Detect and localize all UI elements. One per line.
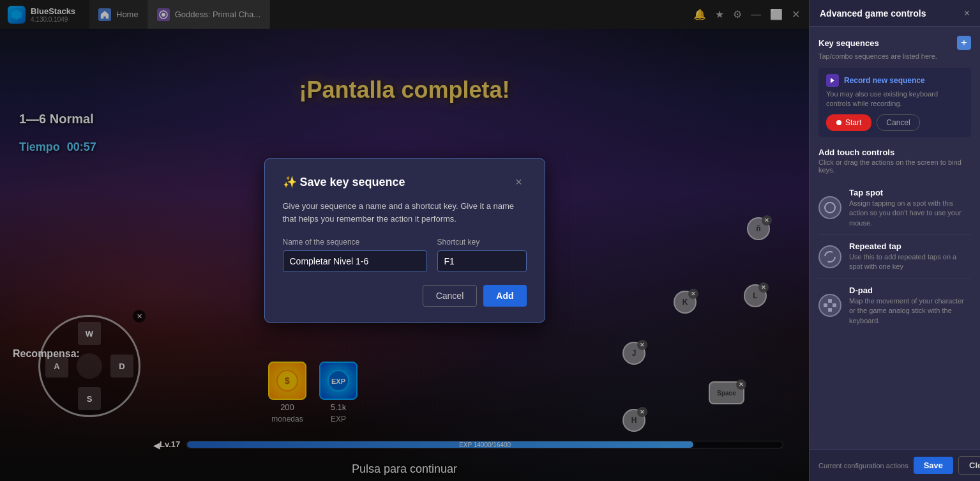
tap-spot-icon: [818, 196, 841, 219]
game-area: BlueStacks 4.130.0.1049 Home Goddess: Pr…: [0, 0, 809, 481]
tap-spot-info: Tap spot Assign tapping on a spot with t…: [849, 188, 971, 228]
dialog-actions: Cancel Add: [283, 285, 527, 307]
dialog-title: ✨ Save key sequence: [283, 175, 405, 189]
record-actions: Start Cancel: [826, 114, 963, 131]
dialog-header: ✨ Save key sequence ×: [283, 174, 527, 190]
add-touch-desc: Click or drag the actions on the screen …: [818, 158, 971, 174]
svg-rect-9: [828, 299, 832, 303]
repeated-tap-icon: [818, 245, 841, 268]
tap-spot-name: Tap spot: [849, 188, 971, 197]
record-desc: You may also use existing keyboard contr…: [826, 89, 963, 109]
name-field-label: Name of the sequence: [283, 238, 427, 247]
save-button[interactable]: Save: [914, 457, 953, 474]
repeated-tap-name: Repeated tap: [849, 241, 971, 251]
svg-rect-11: [824, 303, 827, 307]
panel-body: Key sequences + Tap/combo sequences are …: [810, 27, 980, 449]
record-icon: [826, 74, 839, 87]
touch-item-dpad[interactable]: D-pad Map the movement of your character…: [818, 279, 971, 332]
key-sequences-desc: Tap/combo sequences are listed here.: [818, 52, 971, 60]
repeated-tap-info: Repeated tap Use this to add repeated ta…: [849, 241, 971, 272]
shortcut-field-label: Shortcut key: [437, 238, 527, 247]
dpad-touch-desc: Map the movement of your character or th…: [849, 296, 971, 326]
save-sequence-dialog: ✨ Save key sequence × Give your sequence…: [264, 158, 545, 323]
dialog-fields: Name of the sequence Shortcut key: [283, 238, 527, 272]
right-panel: Advanced game controls × Key sequences +…: [809, 0, 980, 481]
record-title[interactable]: Record new sequence: [844, 76, 925, 85]
repeated-tap-desc: Use this to add repeated taps on a spot …: [849, 252, 971, 272]
svg-rect-12: [833, 303, 836, 307]
dpad-touch-info: D-pad Map the movement of your character…: [849, 286, 971, 326]
dialog-close-button[interactable]: ×: [511, 174, 527, 190]
name-input[interactable]: [283, 250, 427, 272]
svg-rect-10: [828, 308, 832, 312]
add-sequence-button[interactable]: +: [957, 36, 971, 50]
key-sequences-header: Key sequences +: [818, 36, 971, 50]
record-cancel-button[interactable]: Cancel: [877, 114, 919, 131]
touch-item-tap-spot[interactable]: Tap spot Assign tapping on a spot with t…: [818, 181, 971, 235]
record-sequence-box: Record new sequence You may also use exi…: [818, 68, 971, 137]
tap-spot-desc: Assign tapping on a spot with this actio…: [849, 199, 971, 228]
panel-header: Advanced game controls ×: [810, 0, 980, 27]
dialog-add-button[interactable]: Add: [483, 285, 526, 307]
panel-close-button[interactable]: ×: [964, 8, 970, 19]
add-touch-section: Add touch controls Click or drag the act…: [818, 148, 971, 332]
dpad-touch-name: D-pad: [849, 286, 971, 295]
record-header: Record new sequence: [826, 74, 963, 87]
dpad-touch-icon: [818, 294, 841, 317]
name-field-container: Name of the sequence: [283, 238, 427, 272]
dialog-overlay: ✨ Save key sequence × Give your sequence…: [0, 0, 809, 481]
dialog-cancel-button[interactable]: Cancel: [423, 285, 478, 307]
shortcut-input[interactable]: [437, 250, 527, 272]
panel-title: Advanced game controls: [820, 8, 926, 19]
clear-button[interactable]: Clear: [958, 456, 980, 475]
svg-point-7: [825, 202, 835, 213]
dialog-description: Give your sequence a name and a shortcut…: [283, 200, 527, 225]
record-start-button[interactable]: Start: [826, 114, 871, 131]
config-label: Current configuration actions: [818, 462, 908, 470]
svg-point-8: [825, 252, 835, 262]
key-sequences-title: Key sequences: [818, 38, 879, 48]
panel-footer: Current configuration actions Save Clear…: [810, 449, 980, 481]
touch-item-repeated-tap[interactable]: Repeated tap Use this to add repeated ta…: [818, 235, 971, 279]
add-touch-title: Add touch controls: [818, 148, 971, 157]
shortcut-field-container: Shortcut key: [437, 238, 527, 272]
